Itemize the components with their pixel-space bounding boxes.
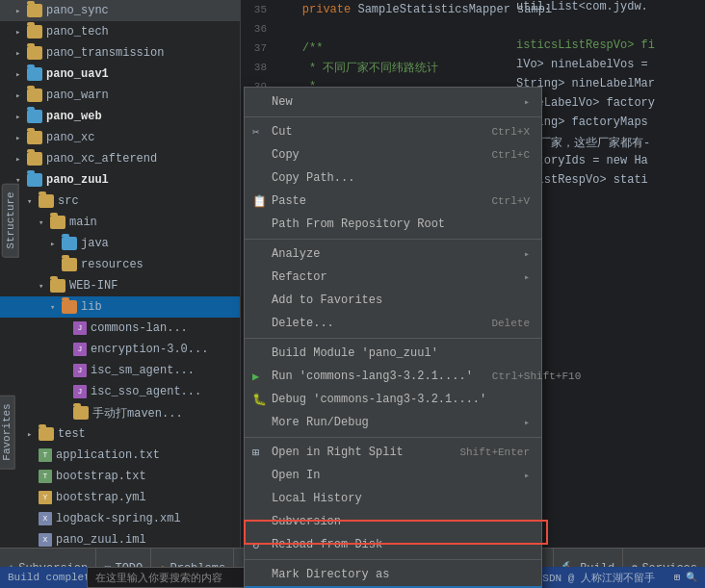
menu-item-mark-directory[interactable]: Mark Directory as bbox=[245, 563, 541, 586]
sidebar-item-pano-warn[interactable]: pano_warn bbox=[0, 85, 240, 106]
submenu-arrow-icon: ▸ bbox=[524, 470, 530, 481]
menu-label: Local History bbox=[272, 492, 530, 505]
menu-label: Path From Repository Root bbox=[272, 217, 530, 231]
debug-icon: 🐛 bbox=[252, 393, 267, 407]
folder-icon bbox=[27, 89, 42, 102]
menu-item-open-in[interactable]: Open In ▸ bbox=[245, 464, 541, 487]
arrow-icon bbox=[15, 69, 25, 79]
jar-icon: J bbox=[73, 321, 87, 335]
sidebar-item-pano-sync[interactable]: pano_sync bbox=[0, 0, 240, 21]
line-number: 38 bbox=[241, 62, 274, 73]
sidebar-item-label: pano_xc_afterend bbox=[46, 152, 157, 166]
submenu-arrow-icon: ▸ bbox=[524, 271, 530, 283]
menu-item-reload-from-disk[interactable]: ↻ Reload from Disk bbox=[245, 533, 541, 556]
sidebar-item-web-inf[interactable]: WEB-INF bbox=[0, 275, 240, 296]
sidebar-item-isc-sm[interactable]: J isc_sm_agent... bbox=[0, 360, 240, 381]
menu-label: More Run/Debug bbox=[272, 416, 516, 429]
menu-item-debug[interactable]: 🐛 Debug 'commons-lang3-3.2.1....' bbox=[245, 388, 541, 411]
menu-item-add-to-favorites[interactable]: Add to Favorites bbox=[245, 289, 541, 312]
structure-tab[interactable]: Structure bbox=[2, 183, 19, 257]
folder-icon bbox=[39, 194, 54, 208]
shortcut-label: Ctrl+Shift+F10 bbox=[492, 371, 581, 382]
sidebar-item-logback[interactable]: X logback-spring.xml bbox=[0, 508, 240, 529]
folder-icon bbox=[27, 46, 42, 60]
sidebar-item-encryption[interactable]: J encryption-3.0... bbox=[0, 339, 240, 360]
sidebar-item-pano-transmission[interactable]: pano_transmission bbox=[0, 42, 240, 64]
menu-item-copy[interactable]: Copy Ctrl+C bbox=[245, 143, 541, 166]
sidebar-item-application[interactable]: T application.txt bbox=[0, 445, 240, 466]
sidebar-item-pano-uav1[interactable]: pano_uav1 bbox=[0, 64, 240, 85]
yml-icon: Y bbox=[39, 491, 52, 504]
arrow-icon bbox=[15, 112, 25, 121]
menu-label: Copy Path... bbox=[272, 171, 530, 185]
taskbar-search-placeholder: 在这里输入你要搜索的内容 bbox=[95, 571, 222, 585]
menu-item-run[interactable]: ▶ Run 'commons-lang3-3.2.1....' Ctrl+Shi… bbox=[245, 365, 541, 388]
sidebar-item-resources[interactable]: resources bbox=[0, 254, 240, 275]
sidebar-item-mvn[interactable]: 手动打maven... bbox=[0, 402, 240, 423]
sidebar-item-bootstrap-yml[interactable]: Y bootstrap.yml bbox=[0, 487, 240, 508]
sidebar-item-main[interactable]: main bbox=[0, 212, 240, 233]
txt-icon: T bbox=[39, 448, 52, 462]
menu-item-path-from-repo[interactable]: Path From Repository Root bbox=[245, 213, 541, 236]
sidebar-item-label: pano_web bbox=[46, 110, 102, 123]
sidebar-item-bootstrap-txt[interactable]: T bootstrap.txt bbox=[0, 466, 240, 487]
sidebar-item-src[interactable]: src bbox=[0, 191, 240, 212]
menu-item-delete[interactable]: Delete... Delete bbox=[245, 312, 541, 335]
shortcut-label: Delete bbox=[491, 318, 530, 329]
sidebar-item-pano-web[interactable]: pano_web bbox=[0, 106, 240, 127]
line-number: 37 bbox=[241, 42, 274, 54]
sidebar-item-pano-xc-afterend[interactable]: pano_xc_afterend bbox=[0, 148, 240, 169]
menu-item-paste[interactable]: 📋 Paste Ctrl+V bbox=[245, 190, 541, 213]
arrow-icon bbox=[39, 281, 48, 291]
menu-item-local-history[interactable]: Local History bbox=[245, 487, 541, 510]
arrow-icon bbox=[15, 27, 25, 37]
menu-item-analyze[interactable]: Analyze ▸ bbox=[245, 243, 541, 266]
folder-icon bbox=[50, 279, 65, 293]
menu-label: Paste bbox=[272, 194, 472, 208]
menu-label: Open in Right Split bbox=[272, 446, 440, 459]
folder-icon bbox=[27, 131, 42, 144]
sidebar-item-commons[interactable]: J commons-lan... bbox=[0, 318, 240, 339]
sidebar-item-label: WEB-INF bbox=[69, 279, 118, 293]
sidebar-item-test[interactable]: test bbox=[0, 423, 240, 445]
sidebar-item-lib[interactable]: lib bbox=[0, 296, 240, 318]
sidebar-item-pano-xc[interactable]: pano_xc bbox=[0, 127, 240, 148]
sidebar-item-label: encryption-3.0... bbox=[91, 343, 208, 356]
sidebar-item-isc-sso[interactable]: J isc_sso_agent... bbox=[0, 381, 240, 402]
sidebar-item-java[interactable]: java bbox=[0, 233, 240, 254]
menu-item-cut[interactable]: ✂ Cut Ctrl+X bbox=[245, 120, 541, 143]
menu-item-copy-path[interactable]: Copy Path... bbox=[245, 166, 541, 190]
menu-label: Run 'commons-lang3-3.2.1....' bbox=[272, 370, 473, 383]
menu-label: Debug 'commons-lang3-3.2.1....' bbox=[272, 393, 530, 406]
sidebar-item-label: lib bbox=[81, 300, 102, 314]
favorites-tab[interactable]: Favorites bbox=[0, 395, 15, 469]
sidebar-item-pano-tech[interactable]: pano_tech bbox=[0, 21, 240, 42]
menu-item-refactor[interactable]: Refactor ▸ bbox=[245, 266, 541, 289]
xml-icon: X bbox=[39, 533, 52, 547]
shortcut-label: Ctrl+X bbox=[491, 126, 530, 138]
sidebar-item-label: logback-spring.xml bbox=[56, 512, 181, 525]
csdn-text: CSDN @ 人称江湖不留手 bbox=[536, 571, 655, 585]
sidebar-item-pano-zuul[interactable]: pano_zuul bbox=[0, 169, 240, 191]
context-menu: New ▸ ✂ Cut Ctrl+X Copy Ctrl+C Copy Path… bbox=[244, 87, 542, 588]
sidebar-item-label: pano_warn bbox=[46, 89, 109, 102]
menu-label: Copy bbox=[272, 148, 472, 162]
jar-icon: J bbox=[73, 343, 87, 356]
submenu-arrow-icon: ▸ bbox=[524, 96, 530, 108]
menu-separator bbox=[245, 559, 541, 560]
menu-item-subversion[interactable]: Subversion bbox=[245, 510, 541, 533]
shortcut-label: Shift+Enter bbox=[459, 447, 530, 458]
menu-item-build-module[interactable]: Build Module 'pano_zuul' bbox=[245, 342, 541, 365]
sidebar-item-label: pano_sync bbox=[46, 4, 109, 17]
xml-icon: X bbox=[39, 512, 52, 525]
menu-item-new[interactable]: New ▸ bbox=[245, 90, 541, 114]
menu-item-open-right-split[interactable]: ⊞ Open in Right Split Shift+Enter bbox=[245, 441, 541, 464]
folder-icon bbox=[39, 427, 54, 441]
menu-label: Add to Favorites bbox=[272, 294, 530, 307]
menu-label: Reload from Disk bbox=[272, 538, 530, 551]
menu-label: Subversion bbox=[272, 515, 530, 528]
menu-item-more-run-debug[interactable]: More Run/Debug ▸ bbox=[245, 411, 541, 434]
sidebar-item-label: pano_xc bbox=[46, 131, 94, 144]
line-number: 36 bbox=[241, 23, 274, 35]
folder-icon bbox=[62, 258, 77, 271]
